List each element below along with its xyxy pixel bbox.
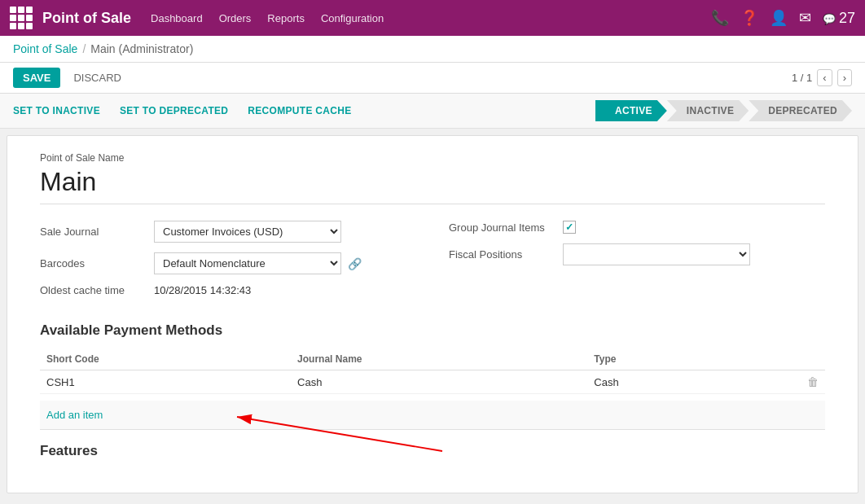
next-page-button[interactable]: › [837,69,852,86]
payment-table: Short Code Journal Name Type CSH1 Cash C… [40,348,825,394]
oldest-cache-value: 10/28/2015 14:32:43 [154,284,416,296]
fiscal-positions-value [563,243,825,265]
cell-short-code: CSH1 [40,370,291,394]
apps-icon[interactable] [10,7,33,29]
mail-icon[interactable]: ✉ [799,9,811,27]
pos-name-label: Point of Sale Name [40,152,825,164]
col-actions [731,348,825,370]
payment-table-wrap: Short Code Journal Name Type CSH1 Cash C… [40,348,825,430]
table-row[interactable]: CSH1 Cash Cash 🗑 [40,370,825,394]
pagination-label: 1 / 1 [792,72,812,84]
nav-reports[interactable]: Reports [267,9,305,28]
status-deprecated[interactable]: DEPRECATED [749,100,852,121]
nav-dashboard[interactable]: Dashboard [151,9,203,28]
oldest-cache-text: 10/28/2015 14:32:43 [154,281,251,300]
group-journal-label: Group Journal Items [449,221,563,234]
oldest-cache-row: Oldest cache time 10/28/2015 14:32:43 [40,284,416,296]
top-nav: Point of Sale Dashboard Orders Reports C… [0,0,865,36]
barcodes-select[interactable]: Default Nomenclature [154,252,341,274]
brand-title[interactable]: Point of Sale [42,10,131,27]
status-active[interactable]: ACTIVE [595,100,667,121]
sale-journal-label: Sale Journal [40,226,154,238]
add-item-row: Add an item [40,401,825,430]
barcodes-value: Default Nomenclature 🔗 [154,252,416,274]
form-col-left: Sale Journal Customer Invoices (USD) Bar… [40,221,416,306]
page-wrapper: Point of Sale Dashboard Orders Reports C… [0,0,865,504]
group-journal-row: Group Journal Items [449,221,825,234]
barcodes-label: Barcodes [40,257,154,270]
col-type: Type [587,348,731,370]
nav-right: 📞 ❓ 👤 ✉ 💬 27 [711,9,855,27]
fiscal-positions-label: Fiscal Positions [449,248,563,261]
help-icon[interactable]: ❓ [740,9,758,27]
action-bar: SAVE DISCARD 1 / 1 ‹ › [0,63,865,94]
nav-links: Dashboard Orders Reports Configuration [151,9,711,28]
cell-type: Cash [587,370,731,394]
breadcrumb-parent[interactable]: Point of Sale [13,42,77,55]
delete-row-icon[interactable]: 🗑 [807,375,819,388]
prev-page-button[interactable]: ‹ [817,69,832,86]
phone-icon[interactable]: 📞 [711,9,729,27]
status-steps: ACTIVE INACTIVE DEPRECATED [595,100,852,121]
cell-journal-name: Cash [291,370,587,394]
barcodes-external-link-icon[interactable]: 🔗 [348,257,362,270]
group-journal-checkbox-wrap [563,221,825,234]
form-columns: Sale Journal Customer Invoices (USD) Bar… [40,221,825,306]
payment-table-header-row: Short Code Journal Name Type [40,348,825,370]
sale-journal-select[interactable]: Customer Invoices (USD) [154,221,341,243]
oldest-cache-label: Oldest cache time [40,284,154,296]
discard-button[interactable]: DISCARD [67,68,128,88]
add-item-link[interactable]: Add an item [40,404,109,426]
user-icon[interactable]: 👤 [770,9,788,27]
features-heading: Features [40,443,825,462]
set-deprecated-link[interactable]: SET TO DEPRECATED [120,105,228,116]
nav-configuration[interactable]: Configuration [321,9,384,28]
fiscal-positions-select[interactable] [563,243,750,265]
payment-table-body: CSH1 Cash Cash 🗑 [40,370,825,394]
recompute-cache-link[interactable]: RECOMPUTE CACHE [248,105,351,116]
breadcrumb-current: Main (Administrator) [90,42,193,55]
breadcrumb-separator: / [82,42,86,55]
group-journal-checkbox[interactable] [563,221,576,234]
status-bar: SET TO INACTIVE SET TO DEPRECATED RECOMP… [0,94,865,129]
save-button[interactable]: SAVE [13,68,60,88]
fiscal-positions-row: Fiscal Positions [449,243,825,265]
chat-notification[interactable]: 💬 27 [823,10,855,27]
scroll-area: Point of Sale Name Main Sale Journal Cus… [0,129,865,504]
record-title[interactable]: Main [40,167,825,204]
pagination: 1 / 1 ‹ › [792,69,852,86]
set-inactive-link[interactable]: SET TO INACTIVE [13,105,100,116]
breadcrumb: Point of Sale / Main (Administrator) [0,36,865,63]
nav-orders[interactable]: Orders [219,9,252,28]
main-content: Point of Sale Name Main Sale Journal Cus… [7,135,858,493]
payment-methods-heading: Available Payment Methods [40,322,825,339]
form-col-right: Group Journal Items Fiscal Positions [449,221,825,306]
cell-delete[interactable]: 🗑 [731,370,825,394]
sale-journal-row: Sale Journal Customer Invoices (USD) [40,221,416,243]
payment-table-head: Short Code Journal Name Type [40,348,825,370]
col-short-code: Short Code [40,348,291,370]
barcodes-row: Barcodes Default Nomenclature 🔗 [40,252,416,274]
sale-journal-value: Customer Invoices (USD) [154,221,416,243]
col-journal-name: Journal Name [291,348,587,370]
status-inactive[interactable]: INACTIVE [667,100,749,121]
